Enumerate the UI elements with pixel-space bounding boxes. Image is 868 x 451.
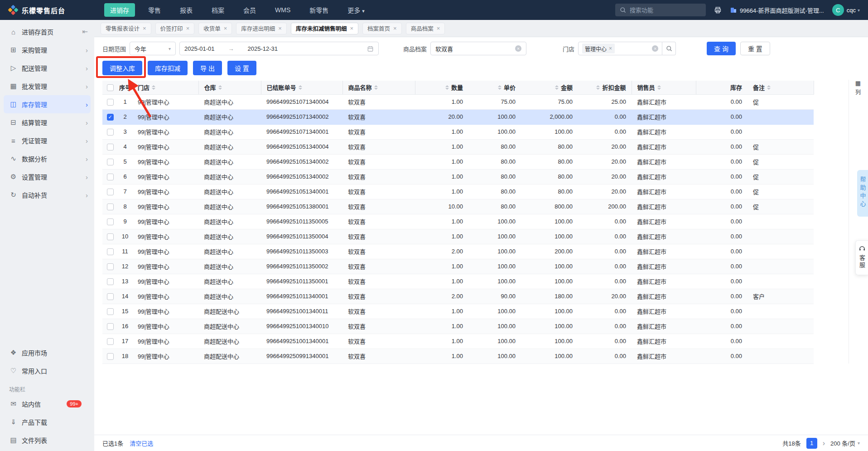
table-row[interactable]: 199|管理中心商超送中心9966499251071340004软双喜1.007… (102, 94, 814, 109)
sidebar-item-replenish[interactable]: ↻自动补货› (0, 186, 94, 204)
table-row[interactable]: 1799|管理中心商超配送中心9966499251001340001软双喜1.0… (102, 334, 814, 349)
row-checkbox[interactable] (107, 308, 114, 315)
topnav-item-more[interactable]: 更多▾ (342, 3, 371, 17)
row-checkbox[interactable] (107, 338, 114, 345)
customer-service-tab[interactable]: 客服 (855, 240, 868, 275)
row-checkbox[interactable] (107, 233, 114, 240)
row-checkbox[interactable] (107, 293, 114, 300)
tab-stock-inout-detail[interactable]: 库存进出明细× (236, 23, 287, 34)
table-settings-button[interactable]: 设 置 (227, 61, 256, 75)
topnav-item-reports[interactable]: 报表 (174, 3, 198, 17)
column-header-amount[interactable]: 金额 (521, 81, 578, 94)
column-header-order_no[interactable]: 已结账单号 (261, 81, 342, 94)
sidebar-item-home[interactable]: ⌂进销存首页⇤ (0, 23, 94, 41)
stock-deduction-button[interactable]: 库存扣减 (148, 61, 188, 75)
tab-receipt[interactable]: 收货单× (198, 23, 232, 34)
sidebar-item-wholesale[interactable]: ▦批发管理› (0, 77, 94, 95)
table-row[interactable]: 1399|管理中心商超送中心9966499251011350001软双喜1.00… (102, 274, 814, 289)
close-icon[interactable]: × (224, 25, 227, 32)
tab-report-design[interactable]: 零售报表设计× (101, 23, 151, 34)
sidebar-item-settlement[interactable]: ⊟结算管理› (0, 113, 94, 131)
close-icon[interactable]: × (437, 25, 440, 32)
row-checkbox[interactable] (107, 353, 114, 360)
sidebar-item-mail[interactable]: ✉站内信99+ (0, 395, 94, 413)
adjust-inbound-button[interactable]: 调整入库 (102, 61, 142, 75)
column-header-discount[interactable]: 折扣金额 (578, 81, 632, 94)
sidebar-item-files[interactable]: ▤文件列表 (0, 431, 94, 449)
reset-button[interactable]: 重 置 (740, 42, 770, 55)
row-checkbox[interactable] (107, 189, 114, 195)
row-checkbox[interactable] (107, 99, 114, 106)
close-icon[interactable]: × (393, 25, 397, 32)
store-filter-input[interactable]: 管理中心 × × (578, 42, 662, 55)
row-checkbox[interactable] (107, 263, 114, 270)
column-header-product[interactable]: 商品名称 (342, 81, 415, 94)
page-size-select[interactable]: 200 条/页 ▾ (830, 439, 860, 447)
row-checkbox[interactable] (107, 144, 114, 150)
column-header-price[interactable]: 单价 (468, 81, 521, 94)
table-row[interactable]: 599|管理中心商超送中心9966499251051340002软双喜1.008… (102, 154, 814, 169)
table-row[interactable]: 1299|管理中心商超送中心9966499251011350002软双喜1.00… (102, 259, 814, 274)
store-tag[interactable]: 管理中心 × (582, 44, 615, 53)
sidebar-item-analytics[interactable]: ∿数据分析› (0, 150, 94, 168)
topnav-item-archives[interactable]: 档案 (206, 3, 230, 17)
table-row[interactable]: 399|管理中心商超送中心9966499251071340001软双喜1.001… (102, 124, 814, 139)
sidebar-item-settings[interactable]: ⚙设置管理› (0, 168, 94, 186)
select-all-checkbox[interactable] (107, 84, 114, 91)
column-header-warehouse[interactable]: 仓库 (198, 81, 261, 94)
table-row[interactable]: 1499|管理中心商超送中心9966499251011340001软双喜2.00… (102, 289, 814, 304)
tab-price-tag-print[interactable]: 价签打印× (155, 23, 195, 34)
clear-selection-link[interactable]: 清空已选 (130, 439, 153, 447)
next-page-icon[interactable]: › (823, 439, 825, 447)
row-checkbox[interactable] (107, 204, 114, 210)
sidebar-item-purchase[interactable]: ⊞采购管理› (0, 41, 94, 59)
clear-icon[interactable]: × (652, 45, 658, 52)
row-checkbox[interactable] (107, 129, 114, 136)
app-logo[interactable]: 乐檬零售后台 (8, 5, 65, 15)
topnav-item-wms[interactable]: WMS (269, 4, 296, 16)
sidebar-item-voucher[interactable]: ≡凭证管理› (0, 131, 94, 150)
close-icon[interactable]: × (609, 45, 612, 52)
query-button[interactable]: 查 询 (707, 42, 736, 55)
table-row[interactable]: 999|管理中心商超送中心9966499251011350005软双喜1.001… (102, 214, 814, 229)
collapse-sidebar-icon[interactable]: ⇤ (82, 28, 88, 36)
row-checkbox[interactable] (107, 323, 114, 330)
topnav-item-inventory-purchase-sale[interactable]: 进销存 (104, 3, 135, 17)
topnav-item-new-retail[interactable]: 新零售 (304, 3, 334, 17)
tab-product-archive[interactable]: 商品档案× (406, 23, 445, 34)
column-header-salesman[interactable]: 销售员 (632, 81, 696, 94)
row-checkbox[interactable]: ✓ (107, 114, 114, 121)
global-search[interactable] (615, 4, 706, 16)
printer-icon[interactable] (714, 6, 722, 14)
sidebar-item-download[interactable]: ⇓产品下载 (0, 413, 94, 431)
row-checkbox[interactable] (107, 248, 114, 255)
clear-icon[interactable]: × (515, 45, 521, 52)
column-header-store[interactable]: 门店 (132, 81, 198, 94)
date-preset-select[interactable]: 今年 ▾ (130, 42, 176, 55)
row-checkbox[interactable] (107, 174, 114, 180)
date-range-input[interactable]: 2025-01-01 → 2025-12-31 (179, 42, 379, 55)
row-checkbox[interactable] (107, 218, 114, 225)
table-row[interactable]: 1599|管理中心商超配送中心9966499251001340011软双喜1.0… (102, 304, 814, 319)
help-center-tab[interactable]: 帮助中心 (857, 170, 868, 217)
export-button[interactable]: 导 出 (193, 61, 222, 75)
avatar[interactable]: C (832, 4, 844, 16)
close-icon[interactable]: × (143, 25, 146, 32)
column-header-stock[interactable]: 库存 (696, 81, 747, 94)
table-row[interactable]: 899|管理中心商超送中心9966499251051380001软双喜10.00… (102, 199, 814, 214)
sidebar-item-inventory[interactable]: ◫库存管理› (4, 95, 91, 113)
close-icon[interactable]: × (186, 25, 190, 32)
tab-archive-home[interactable]: 档案首页× (362, 23, 402, 34)
column-header-note[interactable]: 备注 (747, 81, 814, 94)
table-row[interactable]: 1199|管理中心商超送中心9966499251011350003软双喜2.00… (102, 244, 814, 259)
close-icon[interactable]: × (278, 25, 282, 32)
page-1-button[interactable]: 1 (806, 438, 817, 449)
table-row[interactable]: 1699|管理中心商超配送中心9966499251001340010软双喜1.0… (102, 319, 814, 334)
table-row[interactable]: 799|管理中心商超送中心9966499251051340001软双喜1.008… (102, 184, 814, 199)
company-selector[interactable]: 99664-新界面商超版测试-管理... (730, 6, 824, 15)
sidebar-item-favorites[interactable]: ♡常用入口 (0, 362, 94, 380)
search-input[interactable] (629, 6, 697, 14)
table-row[interactable]: 1099|管理中心商超送中心9966499251011350004软双喜1.00… (102, 229, 814, 244)
table-row[interactable]: 1899|管理中心商超配送中心9966499250991340001软双喜1.0… (102, 349, 814, 364)
row-checkbox[interactable] (107, 278, 114, 285)
